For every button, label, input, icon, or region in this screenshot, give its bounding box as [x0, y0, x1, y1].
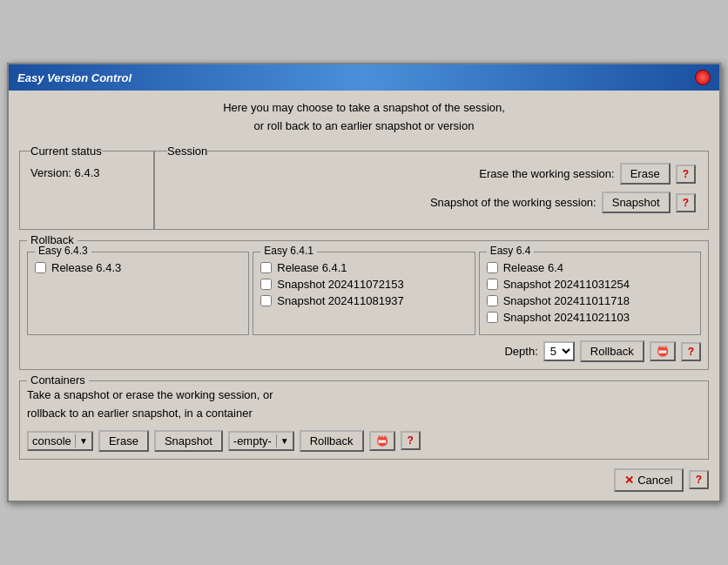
checkbox-1-2[interactable] — [260, 295, 272, 306]
containers-erase-button[interactable]: Erase — [98, 430, 149, 452]
erase-row: Erase the working session: Erase ? — [167, 163, 696, 185]
empty-select-container[interactable]: -empty-option1 ▼ — [228, 431, 294, 451]
checkbox-label-0-0: Release 6.4.3 — [51, 261, 121, 274]
containers-section: Containers Take a snapshot or erase the … — [19, 380, 709, 460]
depth-select-container[interactable]: 34567 — [543, 341, 575, 361]
rollback-help-button[interactable]: ? — [681, 342, 701, 361]
title-text: Easy Version Control — [17, 71, 131, 84]
checkbox-label-2-0: Release 6.4 — [503, 261, 563, 274]
current-status-fieldset: Current status Version: 6.4.3 — [19, 145, 154, 230]
checkbox-1-1[interactable] — [260, 279, 272, 290]
cancel-x-icon: ✕ — [624, 474, 634, 487]
checkbox-2-0[interactable] — [487, 262, 498, 273]
snapshot-row: Snapshot of the working session: Snapsho… — [167, 192, 696, 213]
snapshot-help-button[interactable]: ? — [676, 193, 696, 212]
containers-legend: Containers — [27, 373, 89, 387]
versions-row: Easy 6.4.3Release 6.4.3Easy 6.4.1Release… — [27, 252, 701, 335]
depth-row: Depth: 34567 Rollback 📛 ? — [27, 340, 701, 362]
checkbox-item-2-3[interactable]: Snapshot 202411021103 — [487, 311, 693, 324]
checkbox-label-1-2: Snapshot 202411081937 — [277, 294, 403, 307]
snapshot-button[interactable]: Snapshot — [602, 192, 671, 213]
checkbox-label-2-3: Snapshot 202411021103 — [503, 311, 630, 324]
description: Here you may choose to take a snapshot o… — [19, 99, 709, 136]
checkbox-item-2-2[interactable]: Snapshot 202411011718 — [487, 294, 693, 307]
checkbox-item-0-0[interactable]: Release 6.4.3 — [35, 261, 241, 274]
top-section: Current status Version: 6.4.3 Session Er… — [19, 145, 709, 230]
depth-select[interactable]: 34567 — [545, 343, 573, 360]
version-box-0: Easy 6.4.3Release 6.4.3 — [27, 252, 249, 335]
checkbox-label-1-0: Release 6.4.1 — [277, 261, 347, 274]
checkbox-item-2-0[interactable]: Release 6.4 — [487, 261, 693, 274]
containers-controls: consoleother ▼ Erase Snapshot -empty-opt… — [27, 430, 701, 452]
empty-arrow-icon[interactable]: ▼ — [276, 434, 293, 447]
title-bar: Easy Version Control — [9, 64, 719, 91]
checkbox-item-1-1[interactable]: Snapshot 202411072153 — [260, 278, 467, 291]
erase-button[interactable]: Erase — [620, 163, 671, 185]
rollback-section: Rollback Easy 6.4.3Release 6.4.3Easy 6.4… — [19, 240, 709, 370]
checkbox-item-1-0[interactable]: Release 6.4.1 — [260, 261, 467, 274]
snapshot-label: Snapshot of the working session: — [430, 196, 597, 209]
console-select[interactable]: consoleother — [29, 433, 75, 449]
console-select-container[interactable]: consoleother ▼ — [27, 431, 93, 451]
checkbox-2-3[interactable] — [487, 312, 498, 323]
containers-rollback-button[interactable]: Rollback — [300, 430, 364, 452]
version-legend-2: Easy 6.4 — [487, 245, 535, 257]
cancel-button[interactable]: ✕ Cancel — [614, 468, 683, 492]
depth-label: Depth: — [504, 345, 537, 358]
footer-help-button[interactable]: ? — [689, 470, 709, 489]
containers-description: Take a snapshot or erase the working ses… — [27, 387, 701, 423]
close-button[interactable] — [695, 70, 711, 85]
dialog-body: Here you may choose to take a snapshot o… — [9, 91, 719, 500]
containers-copy-button[interactable]: 📛 — [369, 431, 395, 451]
checkbox-2-2[interactable] — [487, 295, 498, 306]
containers-snapshot-button[interactable]: Snapshot — [154, 430, 223, 452]
desc-line1: Here you may choose to take a snapshot o… — [19, 99, 709, 118]
cancel-label: Cancel — [637, 474, 672, 487]
checkbox-label-2-1: Snapshot 202411031254 — [503, 278, 630, 291]
version-text: Version: 6.4.3 — [30, 166, 143, 179]
bottom-bar: ✕ Cancel ? — [19, 468, 709, 492]
checkbox-label-2-2: Snapshot 202411011718 — [503, 294, 630, 307]
rollback-copy-button[interactable]: 📛 — [650, 341, 676, 361]
version-box-1: Easy 6.4.1Release 6.4.1Snapshot 20241107… — [253, 252, 475, 335]
containers-desc-line2: rollback to an earlier snapshot, in a co… — [27, 405, 701, 423]
desc-line2: or roll back to an earlier snapshot or v… — [19, 118, 709, 136]
rollback-button[interactable]: Rollback — [580, 340, 644, 362]
erase-help-button[interactable]: ? — [676, 165, 696, 184]
checkbox-2-1[interactable] — [487, 279, 498, 290]
console-arrow-icon[interactable]: ▼ — [75, 434, 91, 447]
erase-label: Erase the working session: — [479, 167, 614, 180]
main-dialog: Easy Version Control Here you may choose… — [7, 63, 721, 501]
containers-desc-line1: Take a snapshot or erase the working ses… — [27, 387, 701, 405]
empty-select[interactable]: -empty-option1 — [230, 433, 276, 449]
session-legend: Session — [167, 145, 207, 158]
containers-help-button[interactable]: ? — [401, 431, 421, 450]
version-legend-0: Easy 6.4.3 — [35, 245, 91, 257]
checkbox-label-1-1: Snapshot 202411072153 — [277, 278, 403, 291]
version-box-2: Easy 6.4Release 6.4Snapshot 202411031254… — [479, 252, 701, 335]
session-fieldset: Session Erase the working session: Erase… — [154, 145, 709, 230]
current-status-legend: Current status — [30, 145, 102, 158]
checkbox-item-1-2[interactable]: Snapshot 202411081937 — [260, 294, 467, 307]
checkbox-item-2-1[interactable]: Snapshot 202411031254 — [487, 278, 693, 291]
version-legend-1: Easy 6.4.1 — [260, 245, 317, 257]
checkbox-1-0[interactable] — [260, 262, 272, 273]
checkbox-0-0[interactable] — [35, 262, 46, 273]
